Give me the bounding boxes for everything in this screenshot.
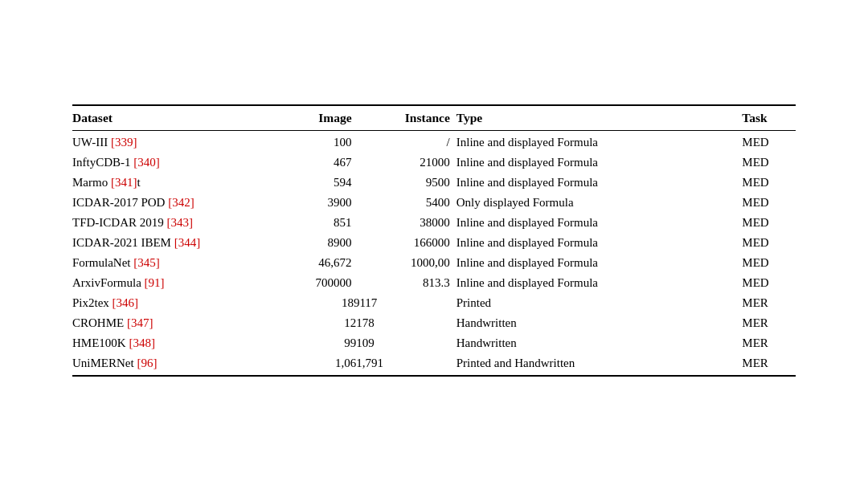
cell-image: 46,672 [268,253,358,273]
cell-dataset: ICDAR-2021 IBEM [344] [72,233,268,253]
table-row: TFD-ICDAR 2019 [343]85138000Inline and d… [72,213,796,233]
cell-type: Inline and displayed Formula [457,213,743,233]
table-row: ArxivFormula [91]700000813.3Inline and d… [72,273,796,293]
cell-type: Handwritten [457,333,743,353]
cell-task: MED [742,233,796,253]
cell-task: MED [742,213,796,233]
cell-task: MER [742,313,796,333]
table-container: Dataset Image Instance Type Task UW-III … [48,88,820,393]
cell-dataset: Pix2tex [346] [72,293,268,313]
header-instance: Instance [358,105,457,131]
cell-task: MED [742,131,796,153]
table-row: HME100K [348]99109HandwrittenMER [72,333,796,353]
header-task: Task [742,105,796,131]
cell-type: Printed [457,293,743,313]
cell-instance: 813.3 [358,273,457,293]
cell-task: MER [742,353,796,376]
header-row: Dataset Image Instance Type Task [72,105,796,131]
cell-dataset: TFD-ICDAR 2019 [343] [72,213,268,233]
table-row: UW-III [339]100/Inline and displayed For… [72,131,796,153]
cell-dataset: InftyCDB-1 [340] [72,153,268,173]
cell-merged-count: 189117 [268,293,456,313]
cell-instance: 38000 [358,213,457,233]
table-row: ICDAR-2017 POD [342]39005400Only display… [72,193,796,213]
cell-type: Inline and displayed Formula [457,131,743,153]
table-row: UniMERNet [96]1,061,791Printed and Handw… [72,353,796,376]
cell-dataset: HME100K [348] [72,333,268,353]
cell-type: Inline and displayed Formula [457,153,743,173]
cell-dataset: UniMERNet [96] [72,353,268,376]
cell-task: MER [742,333,796,353]
cell-merged-count: 12178 [268,313,456,333]
cell-instance: 5400 [358,193,457,213]
cell-image: 467 [268,153,358,173]
cell-type: Printed and Handwritten [457,353,743,376]
cell-image: 594 [268,173,358,193]
cell-instance: 166000 [358,233,457,253]
cell-instance: 1000,00 [358,253,457,273]
table-row: CROHME [347]12178HandwrittenMER [72,313,796,333]
table-row: ICDAR-2021 IBEM [344]8900166000Inline an… [72,233,796,253]
cell-instance: 21000 [358,153,457,173]
cell-dataset: FormulaNet [345] [72,253,268,273]
header-type: Type [457,105,743,131]
cell-type: Inline and displayed Formula [457,173,743,193]
main-table: Dataset Image Instance Type Task UW-III … [72,104,796,377]
cell-task: MED [742,273,796,293]
cell-dataset: UW-III [339] [72,131,268,153]
cell-type: Inline and displayed Formula [457,253,743,273]
cell-instance: 9500 [358,173,457,193]
cell-merged-count: 99109 [268,333,456,353]
cell-dataset: Marmo [341]t [72,173,268,193]
table-row: InftyCDB-1 [340]46721000Inline and displ… [72,153,796,173]
cell-instance: / [358,131,457,153]
cell-task: MED [742,193,796,213]
header-dataset: Dataset [72,105,268,131]
cell-image: 100 [268,131,358,153]
cell-task: MED [742,153,796,173]
cell-task: MED [742,173,796,193]
cell-dataset: CROHME [347] [72,313,268,333]
table-row: Pix2tex [346]189117PrintedMER [72,293,796,313]
header-image: Image [268,105,358,131]
cell-type: Only displayed Formula [457,193,743,213]
cell-dataset: ArxivFormula [91] [72,273,268,293]
table-row: FormulaNet [345]46,6721000,00Inline and … [72,253,796,273]
table-row: Marmo [341]t5949500Inline and displayed … [72,173,796,193]
cell-dataset: ICDAR-2017 POD [342] [72,193,268,213]
cell-image: 700000 [268,273,358,293]
cell-image: 8900 [268,233,358,253]
cell-task: MED [742,253,796,273]
cell-image: 851 [268,213,358,233]
cell-type: Inline and displayed Formula [457,273,743,293]
cell-task: MER [742,293,796,313]
cell-type: Inline and displayed Formula [457,233,743,253]
cell-type: Handwritten [457,313,743,333]
cell-merged-count: 1,061,791 [268,353,456,376]
cell-image: 3900 [268,193,358,213]
